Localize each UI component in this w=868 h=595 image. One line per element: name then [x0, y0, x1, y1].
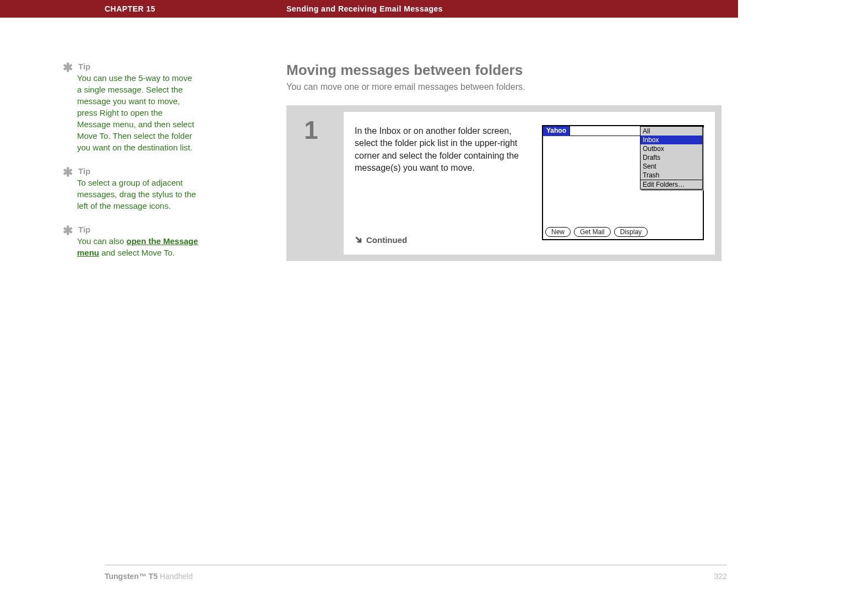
account-label: Yahoo	[543, 126, 570, 136]
folder-option[interactable]: Outbox	[641, 144, 702, 153]
tip-label: Tip	[78, 62, 90, 71]
step-number: 1	[293, 112, 344, 255]
folder-option[interactable]: Edit Folders…	[641, 180, 702, 189]
section-heading: Moving messages between folders	[286, 62, 738, 79]
folder-option[interactable]: Trash	[641, 171, 702, 180]
tip-body: To select a group of adjacent messages, …	[77, 177, 198, 212]
step-text: In the Inbox or on another folder screen…	[355, 125, 520, 175]
page-footer: Tungsten™ T5 Handheld 322	[105, 572, 727, 581]
continued-label: ➔ Continued	[355, 235, 520, 245]
tips-sidebar: ✱ Tip You can use the 5-way to move a si…	[0, 62, 198, 272]
folder-picklist[interactable]: All Inbox Outbox Drafts Sent Trash Edit …	[640, 126, 703, 190]
device-screenshot: Yahoo 0/0 All Inbox Outbox Drafts Sent T…	[542, 125, 704, 240]
chapter-title: Sending and Receiving Email Messages	[286, 4, 443, 13]
display-button[interactable]: Display	[614, 227, 648, 237]
chapter-label: CHAPTER 15	[105, 4, 286, 13]
asterisk-icon: ✱	[63, 168, 73, 177]
tip-block: ✱ Tip You can also open the Message menu…	[77, 225, 198, 258]
new-button[interactable]: New	[545, 227, 571, 237]
step-container: 1 In the Inbox or on another folder scre…	[286, 105, 721, 261]
page-number: 322	[714, 572, 727, 581]
get-mail-button[interactable]: Get Mail	[574, 227, 611, 237]
arrow-down-right-icon: ➔	[353, 234, 365, 246]
product-name: Tungsten™ T5 Handheld	[105, 572, 193, 581]
page-header: CHAPTER 15 Sending and Receiving Email M…	[0, 0, 738, 18]
tip-block: ✱ Tip To select a group of adjacent mess…	[77, 166, 198, 212]
footer-rule	[105, 565, 727, 565]
section-lede: You can move one or more email messages …	[286, 82, 738, 92]
tip-block: ✱ Tip You can use the 5-way to move a si…	[77, 62, 198, 153]
tip-label: Tip	[78, 166, 90, 176]
folder-option[interactable]: Drafts	[641, 153, 702, 162]
tip-body: You can use the 5-way to move a single m…	[77, 72, 198, 153]
tip-label: Tip	[78, 225, 90, 234]
asterisk-icon: ✱	[63, 226, 73, 235]
asterisk-icon: ✱	[63, 63, 73, 72]
folder-option-selected[interactable]: Inbox	[641, 136, 702, 144]
folder-option[interactable]: Sent	[641, 162, 702, 171]
folder-option[interactable]: All	[641, 127, 702, 136]
tip-body: You can also open the Message menu and s…	[77, 235, 198, 258]
